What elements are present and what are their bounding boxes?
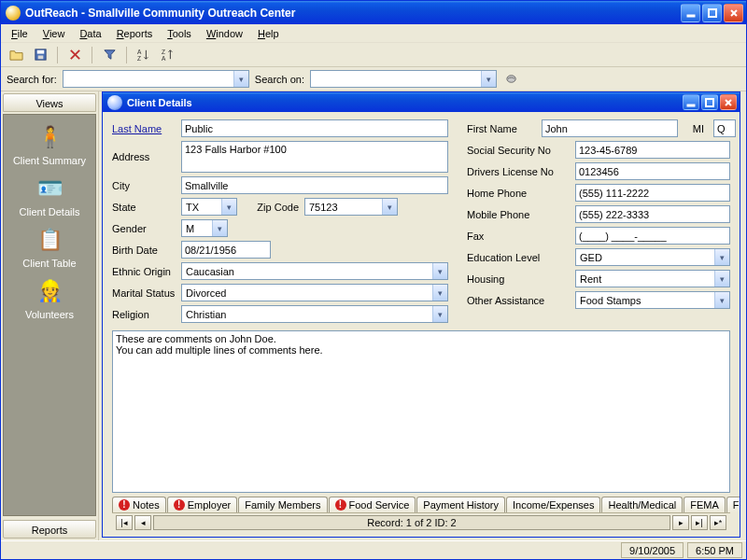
chevron-down-icon[interactable] [714,249,729,265]
chevron-down-icon[interactable] [714,292,729,308]
last-name-field[interactable] [181,119,448,137]
filter-icon[interactable] [100,46,119,64]
maximize-button[interactable] [702,4,722,22]
menu-view[interactable]: View [36,26,72,41]
first-name-field[interactable] [542,119,678,137]
assistance-select[interactable]: Food Stamps [575,291,730,309]
tab-payment-history[interactable]: Payment History [416,497,505,512]
chevron-down-icon[interactable] [221,199,236,215]
delete-icon[interactable] [65,46,84,64]
svg-rect-14 [687,105,695,106]
mi-field[interactable] [713,119,736,137]
sort-asc-icon[interactable]: AZ [134,46,153,64]
mdi-maximize-button[interactable] [701,94,718,110]
search-for-input[interactable] [63,70,249,88]
svg-rect-5 [36,50,44,54]
menu-window[interactable]: Window [200,26,249,41]
sidebar-item-volunteers[interactable]: 👷 Volunteers [7,276,92,320]
tab-family-members[interactable]: Family Members [238,497,327,512]
search-on-label: Search on: [255,74,304,85]
mdi-minimize-button[interactable] [683,94,699,110]
search-for-label: Search for: [7,74,57,85]
chevron-down-icon[interactable] [481,71,496,87]
menu-data[interactable]: Data [73,26,107,41]
record-nav: |◂ ◂ Record: 1 of 2 ID: 2 ▸ ▸| ▸* [112,512,730,531]
home-phone-field[interactable] [575,184,730,202]
religion-label: Religion [112,309,176,320]
zip-select[interactable]: 75123 [304,198,398,216]
nav-new-button[interactable]: ▸* [710,515,726,530]
housing-select[interactable]: Rent [575,270,730,287]
mdi-close-button[interactable] [720,94,737,110]
save-icon[interactable] [31,46,49,64]
nav-first-button[interactable]: |◂ [116,515,133,530]
marital-label: Marital Status [112,287,176,299]
last-name-label[interactable]: Last Name [112,123,176,134]
address-label: Address [112,151,176,162]
chevron-down-icon[interactable] [212,220,227,236]
fax-label: Fax [467,231,570,242]
tab-health-medical[interactable]: Health/Medical [601,497,683,512]
menu-reports[interactable]: Reports [110,26,160,41]
tab-employer[interactable]: !Employer [167,497,237,512]
fax-field[interactable] [575,227,730,245]
sidebar-tab-reports[interactable]: Reports [3,520,96,539]
sort-desc-icon[interactable]: ZA [159,46,177,64]
education-label: Education Level [467,252,570,263]
status-date: 9/10/2005 [621,542,684,558]
gender-select[interactable]: M [181,219,228,237]
close-button[interactable] [724,4,743,22]
search-on-input[interactable] [310,70,497,88]
comments-field[interactable] [112,330,730,493]
svg-text:Z: Z [137,55,141,62]
sidebar-tab-views[interactable]: Views [3,93,96,112]
state-select[interactable]: TX [181,198,237,216]
id-card-icon: 🪪 [35,174,64,203]
dl-field[interactable] [575,162,730,180]
tab-food-service[interactable]: !Food Service [329,497,416,512]
birth-date-field[interactable] [181,241,271,259]
sidebar-item-client-summary[interactable]: 🧍 Client Summary [7,122,92,166]
chevron-down-icon[interactable] [382,199,397,215]
alert-icon: ! [335,499,346,511]
tab-fema[interactable]: FEMA [684,497,726,512]
sidebar-item-client-details[interactable]: 🪪 Client Details [7,174,92,217]
marital-select[interactable]: Divorced [181,284,448,301]
tab-income-expenses[interactable]: Income/Expenses [506,497,600,512]
app-titlebar: OutReach - Smallville Community Outreach… [1,1,746,24]
window-icon [107,95,122,110]
nav-next-button[interactable]: ▸ [672,515,689,530]
chevron-down-icon[interactable] [432,306,447,322]
alert-icon: ! [119,499,130,511]
open-icon[interactable] [7,46,25,64]
address-field[interactable] [181,141,448,173]
religion-select[interactable]: Christian [181,305,448,323]
ssn-label: Social Security No [467,145,570,156]
mobile-phone-field[interactable] [575,205,730,223]
minimize-button[interactable] [681,4,700,22]
chevron-down-icon[interactable] [714,271,729,287]
chevron-down-icon[interactable] [233,71,248,87]
ethnic-select[interactable]: Caucasian [181,262,448,280]
chevron-down-icon[interactable] [432,285,447,301]
state-label: State [112,202,176,213]
chevron-down-icon[interactable] [432,263,447,279]
menu-help[interactable]: Help [251,26,286,41]
tab-former-address[interactable]: Former Address [726,497,740,512]
nav-last-button[interactable]: ▸| [691,515,708,530]
sidebar-item-client-table[interactable]: 📋 Client Table [7,225,92,269]
status-time: 6:50 PM [687,542,742,558]
menu-tools[interactable]: Tools [161,26,198,41]
education-select[interactable]: GED [575,248,730,266]
statusbar: 9/10/2005 6:50 PM [1,540,746,559]
detail-tabbar: !Notes !Employer Family Members !Food Se… [112,497,730,512]
mobile-phone-label: Mobile Phone [467,209,570,220]
menu-file[interactable]: File [5,26,35,41]
birth-date-label: Birth Date [112,245,176,256]
first-name-label[interactable]: First Name [467,123,532,134]
search-go-icon[interactable] [502,70,521,89]
tab-notes[interactable]: !Notes [112,497,166,512]
nav-prev-button[interactable]: ◂ [134,515,151,530]
city-field[interactable] [181,176,448,194]
ssn-field[interactable] [575,141,730,159]
